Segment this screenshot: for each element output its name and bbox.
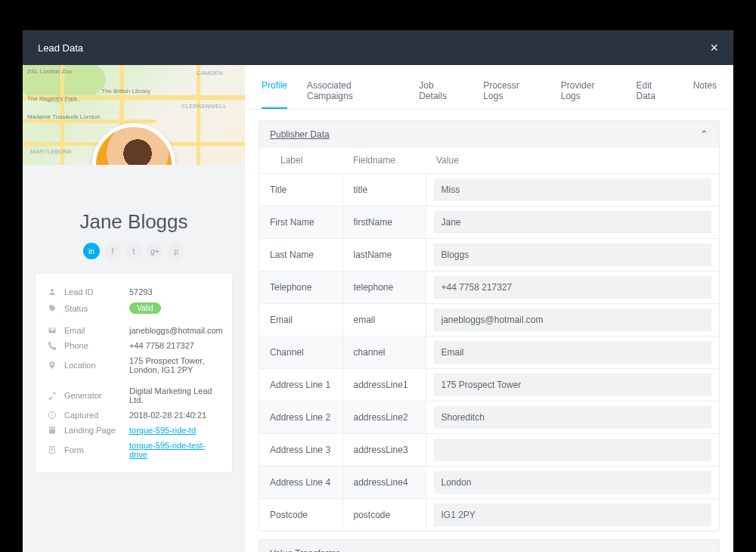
close-icon[interactable]: × [710,41,718,54]
value-input[interactable] [434,309,712,331]
cell-label: Postcode [259,499,342,532]
map-label: The Regent's Park [27,95,77,102]
tab-notes[interactable]: Notes [693,76,717,109]
cell-fieldname: email [342,304,426,336]
tab-associated-campaigns[interactable]: Associated Campaigns [307,76,399,109]
cell-fieldname: postcode [342,499,426,532]
cell-label: Address Line 3 [259,434,342,467]
cell-fieldname: title [342,174,426,206]
table-row: Channelchannel [259,336,719,369]
cell-fieldname: lastName [342,239,426,271]
cell-value [426,174,719,206]
landing-page-link[interactable]: torque-595-ride-td [129,426,196,435]
value-input[interactable] [434,374,712,396]
cell-value [426,434,719,467]
chevron-up-icon: ⌃ [700,129,708,140]
main: Profile Associated Campaigns Job Details… [245,65,733,552]
value: 175 Prospect Tower, London, IG1 2PY [129,356,220,374]
cell-fieldname: addressLine2 [342,402,426,434]
cell-label: Address Line 2 [259,402,342,434]
info-row-status: Status Valid [48,299,220,317]
googleplus-icon[interactable]: g+ [147,243,163,259]
info-card: Lead ID 57293 Status Valid Email janeblo… [35,273,233,473]
lead-data-modal: Lead Data × ZSL London Zoo The Regent's … [23,30,733,552]
label: Email [64,326,123,335]
value: Digital Marketing Lead Ltd. [129,386,220,405]
table-row: Address Line 1addressLine1 [259,369,719,402]
titlebar: Lead Data × [23,30,733,65]
info-row-email: Email janebloggs@hotmail.com [48,323,220,338]
table-row: Emailemail [259,304,719,336]
status-badge: Valid [129,302,161,314]
pinterest-icon[interactable]: p [168,243,184,259]
pin-icon [48,361,58,370]
map-header: ZSL London Zoo The Regent's Park The Bri… [23,65,245,165]
value-input[interactable] [434,211,712,234]
tab-provider-logs[interactable]: Provider Logs [561,76,617,109]
cell-label: Address Line 4 [259,467,342,499]
cell-fieldname: addressLine4 [342,467,426,499]
value: +44 7758 217327 [129,341,194,350]
table-row: Address Line 3addressLine3 [259,434,719,467]
value: 57293 [129,287,153,296]
value-input[interactable] [434,276,712,299]
tool-icon [48,391,58,400]
section-title: Publisher Data [270,129,330,140]
value-input[interactable] [434,178,712,201]
info-row-captured: Captured 2018-02-28 21:40:21 [48,408,220,423]
page-icon [48,426,58,435]
tag-icon [48,304,58,313]
map-label: Madame Tussauds London [27,113,101,120]
label: Generator [64,391,123,400]
facebook-icon[interactable]: f [104,243,121,259]
section-publisher-data: Publisher Data ⌃ Label Fieldname Value T… [259,120,720,532]
twitter-icon[interactable]: t [125,243,142,259]
tab-profile[interactable]: Profile [262,76,287,109]
value-input[interactable] [434,439,712,461]
value: 2018-02-28 21:40:21 [129,411,206,420]
linkedin-icon[interactable]: in [83,243,100,259]
cell-value [426,304,719,336]
sidebar: ZSL London Zoo The Regent's Park The Bri… [23,65,245,552]
value-input[interactable] [434,243,712,266]
table-row: Address Line 4addressLine4 [259,467,719,499]
map-label: CLERKENWELL [181,103,227,110]
value-input[interactable] [434,504,712,526]
cell-value [426,336,719,369]
table-row: Postcodepostcode [259,499,719,532]
cell-value [426,402,719,434]
mail-icon [48,326,58,335]
section-header-value-transforms[interactable]: Value Transforms ⌄ [259,540,719,552]
col-value: Value [426,147,719,174]
cell-label: Telephone [259,271,342,304]
social-links: in f t g+ p [38,243,230,259]
form-link[interactable]: torque-595-ride-test-drive [129,441,220,459]
tab-edit-data[interactable]: Edit Data [636,76,673,109]
profile-block: Jane Bloggs in f t g+ p [23,165,245,273]
value-input[interactable] [434,406,712,429]
tab-content: Publisher Data ⌃ Label Fieldname Value T… [245,110,733,552]
col-fieldname: Fieldname [342,147,426,174]
form-icon [48,445,58,454]
cell-value [426,271,719,304]
cell-fieldname: addressLine3 [342,434,426,467]
cell-label: Title [259,174,342,206]
cell-fieldname: addressLine1 [342,369,426,402]
cell-value [426,369,719,402]
info-row-phone: Phone +44 7758 217327 [48,338,220,353]
value-input[interactable] [434,471,712,494]
info-row-landing-page: Landing Page torque-595-ride-td [48,423,220,438]
table-row: First NamefirstName [259,206,719,239]
tab-processr-logs[interactable]: Processr Logs [483,76,541,109]
info-row-lead-id: Lead ID 57293 [48,284,220,299]
info-row-form: Form torque-595-ride-test-drive [48,438,220,462]
map-label: The British Library [101,88,150,95]
cell-fieldname: telephone [342,271,426,304]
section-header-publisher[interactable]: Publisher Data ⌃ [259,121,719,147]
value-input[interactable] [434,341,712,364]
table-row: Address Line 2addressLine2 [259,402,719,434]
cell-label: Last Name [259,239,342,271]
tab-job-details[interactable]: Job Details [419,76,463,109]
label: Status [64,304,123,313]
map-label: ZSL London Zoo [27,68,72,75]
